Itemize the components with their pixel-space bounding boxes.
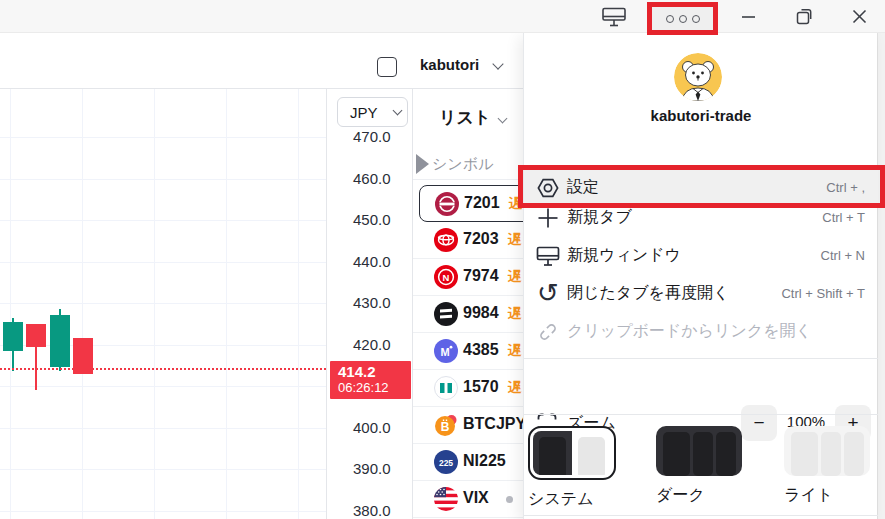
symbol-label: 1570	[463, 378, 499, 396]
last-price-value: 414.2	[338, 363, 411, 380]
toyota-logo-icon	[434, 228, 458, 252]
profile-name: kabutori-trade	[524, 107, 878, 124]
delayed-badge: 遅	[508, 305, 522, 323]
delayed-badge: 遅	[508, 379, 522, 397]
light-theme-thumbnail	[784, 426, 870, 476]
gridline	[10, 89, 11, 519]
gridline	[82, 89, 83, 519]
symbol-column-label: シンボル	[432, 155, 493, 174]
price-tick-label: 420.0	[353, 336, 391, 354]
price-tick-label: 380.0	[353, 502, 391, 519]
price-axis[interactable]: JPY 414.2 06:26:12 470.0460.0450.0440.04…	[326, 89, 412, 519]
menu-item-label: 閉じたタブを再度開く	[567, 283, 729, 304]
symbol-label: 4385	[463, 341, 499, 359]
delayed-badge: 遅	[508, 342, 522, 360]
gridline	[154, 89, 155, 519]
svg-text:225: 225	[439, 458, 453, 468]
gridline	[0, 511, 330, 512]
currency-label: JPY	[350, 104, 378, 121]
last-price-tag: 414.2 06:26:12	[330, 361, 411, 399]
dot-icon	[679, 15, 687, 23]
dark-theme-thumbnail	[656, 426, 742, 476]
nissan-logo-icon	[435, 192, 459, 216]
theme-label: ライト	[784, 485, 870, 506]
status-dot-icon	[506, 496, 513, 503]
menu-item-label: クリップボードからリンクを開く	[567, 321, 812, 342]
svg-text:N: N	[443, 272, 450, 283]
theme-label: ダーク	[656, 485, 742, 506]
price-tick-label: 440.0	[353, 253, 391, 271]
menu-item-shortcut: Ctrl + Shift + T	[781, 286, 865, 301]
gridline	[0, 428, 330, 429]
theme-option-system[interactable]: システム	[528, 426, 616, 510]
new-window-icon	[535, 243, 561, 269]
menu-item-label: 新規ウィンドウ	[567, 245, 681, 266]
more-options-button[interactable]	[647, 2, 718, 35]
menu-item-reopen-closed-tab[interactable]: ↺ 閉じたタブを再度開く Ctrl + Shift + T	[524, 274, 878, 312]
gridline	[0, 303, 330, 304]
symbol-label: 7203	[463, 230, 499, 248]
account-tab[interactable]: kabutori	[420, 56, 479, 73]
chevron-down-icon[interactable]	[498, 114, 508, 124]
title-bar	[0, 0, 885, 33]
gridline	[0, 220, 330, 221]
gridline	[0, 386, 330, 387]
menu-item-shortcut: Ctrl + T	[822, 210, 865, 225]
currency-dropdown[interactable]: JPY	[337, 97, 408, 127]
menu-item-label: 新規タブ	[567, 207, 632, 228]
app-window: kabutori JPY 414.2 06:26:12 470.0460.045…	[0, 0, 885, 519]
restore-window-button[interactable]	[791, 0, 817, 32]
candlestick-chart[interactable]	[0, 89, 330, 519]
close-button[interactable]	[846, 0, 872, 32]
menu-item-new-window[interactable]: 新規ウィンドウ Ctrl + N	[524, 236, 878, 274]
bitcoin-logo-icon: B	[434, 413, 458, 437]
reopen-tab-icon: ↺	[535, 281, 561, 307]
more-options-menu: kabutori-trade 設定 Ctrl + , 新規タブ Ctrl + T	[523, 33, 877, 519]
delayed-badge: 遅	[509, 195, 523, 213]
gridline	[0, 179, 330, 180]
dot-icon	[692, 15, 700, 23]
selected-ring	[528, 426, 616, 480]
menu-item-open-link-from-clipboard[interactable]: クリップボードからリンクを開く	[524, 312, 878, 350]
last-price-line	[0, 368, 330, 370]
tab-checkbox[interactable]	[377, 57, 397, 77]
scrollbar-track[interactable]	[877, 33, 885, 519]
theme-option-dark[interactable]: ダーク	[656, 426, 742, 506]
price-tick-label: 400.0	[353, 419, 391, 437]
menu-divider	[524, 414, 878, 415]
price-tick-label: 450.0	[353, 211, 391, 229]
theme-label: システム	[528, 489, 616, 510]
candlestick[interactable]	[26, 324, 46, 347]
nintendo-logo-icon: N	[434, 265, 458, 289]
chevron-down-icon[interactable]	[492, 58, 503, 69]
price-tick-label: 470.0	[353, 128, 391, 146]
theme-option-light[interactable]: ライト	[784, 426, 870, 506]
symbol-label: 7974	[463, 267, 499, 285]
menu-item-label: 設定	[567, 177, 599, 198]
symbol-label: BTCJPY	[463, 415, 526, 433]
minimize-button[interactable]	[735, 0, 761, 32]
nikkei225-logo-icon: 225	[434, 450, 458, 474]
delayed-badge: 遅	[508, 231, 522, 249]
menu-divider	[524, 358, 878, 359]
svg-text:M: M	[440, 346, 449, 358]
last-price-time: 06:26:12	[338, 380, 411, 395]
price-tick-label: 390.0	[353, 460, 391, 478]
price-tick-label: 460.0	[353, 170, 391, 188]
price-tick-label: 430.0	[353, 294, 391, 312]
zoom-out-button[interactable]: −	[741, 405, 777, 441]
menu-item-shortcut: Ctrl + N	[821, 248, 865, 263]
symbol-label: 9984	[463, 304, 499, 322]
svg-text:B: B	[441, 420, 450, 434]
watchlist-title-dropdown[interactable]: リスト	[439, 106, 491, 129]
symbol-label: 7201	[464, 194, 500, 212]
system-theme-thumbnail	[533, 431, 611, 475]
menu-item-new-tab[interactable]: 新規タブ Ctrl + T	[524, 198, 878, 236]
candlestick[interactable]	[3, 322, 23, 351]
sort-wedge-icon	[416, 154, 429, 174]
symbol-label: VIX	[463, 489, 489, 507]
gridline	[0, 137, 330, 138]
candlestick[interactable]	[50, 315, 70, 367]
dot-icon	[666, 15, 674, 23]
tradingview-window-icon	[601, 5, 627, 29]
